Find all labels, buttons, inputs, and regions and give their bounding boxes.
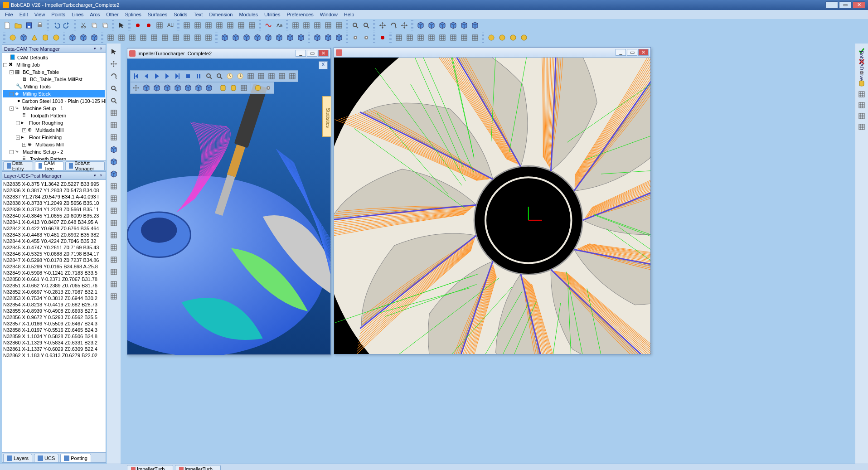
red-dot-icon[interactable] (377, 32, 388, 43)
tool-trans-icon[interactable] (228, 83, 238, 93)
tool5-icon[interactable] (857, 111, 866, 121)
document-tab-1[interactable]: ImpellerTurb... (175, 465, 221, 470)
cam-tree-body[interactable]: 📘CAM Defaults-✖Milling Job-▦BC_Table_Tab… (2, 53, 106, 160)
menu-modules[interactable]: Modules (236, 11, 261, 18)
menu-lines[interactable]: Lines (68, 11, 87, 18)
view-move-icon[interactable] (131, 83, 141, 93)
menu-splines[interactable]: Splines (122, 11, 145, 18)
sim-clock2-icon[interactable] (235, 71, 245, 81)
snap-icon-6[interactable] (459, 32, 469, 43)
surface-icon-0[interactable] (105, 32, 116, 43)
layer-tab-posting[interactable]: Posting (60, 454, 91, 462)
statistics-tab[interactable]: Statistics (322, 96, 331, 137)
vtool-icon-10[interactable] (108, 169, 119, 179)
text-icon[interactable]: Aa (274, 20, 284, 30)
sim-panel2-icon[interactable] (256, 71, 266, 81)
sim-last-icon[interactable] (173, 71, 183, 81)
cone-icon[interactable] (29, 32, 39, 43)
close-button[interactable]: ✕ (853, 1, 865, 9)
panel-x-badge[interactable]: X (319, 61, 328, 69)
view-bottom-icon[interactable] (204, 83, 214, 93)
restore-button[interactable]: ▭ (839, 1, 852, 9)
zoom-fit-icon[interactable] (361, 20, 371, 30)
render-icon-1[interactable] (323, 32, 333, 43)
viewport-maximize-button[interactable]: ▭ (627, 49, 637, 56)
menu-other[interactable]: Other (103, 11, 122, 18)
view-back-icon[interactable] (183, 83, 193, 93)
vtool-icon-11[interactable] (108, 181, 119, 192)
simulation-canvas[interactable] (127, 58, 330, 355)
tree-item-1[interactable]: -✖Milling Job (3, 61, 105, 68)
expander-icon[interactable]: - (16, 136, 20, 140)
view-cube-icon-4[interactable] (459, 20, 469, 30)
tool6-icon[interactable] (857, 122, 866, 131)
view-cube-icon-1[interactable] (426, 20, 436, 30)
menu-file[interactable]: File (2, 11, 16, 18)
surface-icon-2[interactable] (127, 32, 137, 43)
align-icon-1[interactable] (192, 20, 203, 30)
open-folder-icon[interactable] (13, 20, 23, 30)
align-icon-3[interactable] (214, 20, 224, 30)
surface-icon-6[interactable] (170, 32, 181, 43)
panel-close-icon[interactable]: × (98, 173, 104, 179)
sim-clock1-icon[interactable] (225, 71, 235, 81)
pick-add-icon[interactable] (132, 20, 143, 30)
panel-pin-icon[interactable]: ▾ (92, 173, 97, 179)
surface-icon-8[interactable] (192, 32, 203, 43)
menu-surfaces[interactable]: Surfaces (145, 11, 170, 18)
document-tab-0[interactable]: ImpellerTurb... (127, 465, 173, 470)
menu-utilities[interactable]: Utilities (261, 11, 283, 18)
bool-icon-7[interactable] (296, 32, 306, 43)
menu-help[interactable]: Help (341, 11, 358, 18)
tool-hide-icon[interactable] (239, 83, 249, 93)
extrude-icon-1[interactable] (78, 32, 88, 43)
tree-item-12[interactable]: +⊕Multiaxis Mill (3, 141, 105, 148)
stock-opt-icon[interactable] (263, 83, 273, 93)
viewport-close-button[interactable]: ✕ (318, 50, 329, 57)
wireframe-canvas[interactable] (334, 58, 650, 354)
surface-icon-9[interactable] (203, 32, 213, 43)
cylinder-icon[interactable] (40, 32, 50, 43)
align-icon-4[interactable] (225, 20, 235, 30)
sim-next-icon[interactable] (162, 71, 172, 81)
bool-icon-4[interactable] (263, 32, 273, 43)
tree-item-4[interactable]: 🔧Milling Tools (3, 83, 105, 90)
vtool-icon-1[interactable] (108, 58, 119, 69)
view-cube-icon-0[interactable] (415, 20, 426, 30)
layer-tab-ucs[interactable]: UCS (34, 454, 58, 462)
scale-icon[interactable] (399, 20, 409, 30)
expander-icon[interactable]: - (10, 150, 14, 154)
viewport-minimize-button[interactable]: _ (296, 50, 306, 57)
bool-icon-5[interactable] (274, 32, 284, 43)
sim-stop-icon[interactable] (183, 71, 193, 81)
palette-icon-1[interactable] (497, 32, 507, 43)
vtool-icon-3[interactable] (108, 83, 119, 94)
layer-panel-header[interactable]: Layer-UCS-Post Manager ▾ × (2, 172, 106, 180)
copy-icon[interactable] (89, 20, 99, 30)
viewport2-titlebar[interactable]: _ ▭ ✕ (334, 48, 650, 58)
viewport-minimize-button[interactable]: _ (616, 49, 626, 56)
menu-text[interactable]: Text (190, 11, 206, 18)
viewport-close-button[interactable]: ✕ (638, 49, 649, 56)
bool-icon-2[interactable] (241, 32, 252, 43)
cam-tree-header[interactable]: Data-CAM Tree Manager ▾ × (2, 45, 106, 53)
vtool-icon-9[interactable] (108, 156, 119, 167)
tool3-icon[interactable] (857, 90, 866, 99)
tree-item-9[interactable]: -▸Floor Roughing (3, 119, 105, 126)
rotate-icon[interactable] (388, 20, 398, 30)
tree-item-14[interactable]: ⠿Toolpath Pattern (3, 155, 105, 160)
redo-icon[interactable] (62, 20, 72, 30)
align-icon-6[interactable] (247, 20, 257, 30)
wave-icon[interactable] (263, 20, 273, 30)
vtool-icon-18[interactable] (108, 266, 119, 277)
view-cube-icon-2[interactable] (437, 20, 447, 30)
tree-item-5[interactable]: -◆Milling Stock (3, 90, 105, 97)
viewport-window-simulation[interactable]: ImpellerTurbocharger_Complete2 _ ▭ ✕ (127, 48, 331, 355)
dim-icon-0[interactable] (290, 20, 301, 30)
tree-tab-data-entry[interactable]: Data Entry (3, 161, 33, 170)
tree-item-8[interactable]: ⠿Toolpath Pattern (3, 112, 105, 119)
dim-icon-3[interactable] (323, 20, 333, 30)
select-arrow-icon[interactable] (116, 20, 126, 30)
vtool-icon-12[interactable] (108, 193, 119, 204)
vtool-icon-4[interactable] (108, 95, 119, 106)
